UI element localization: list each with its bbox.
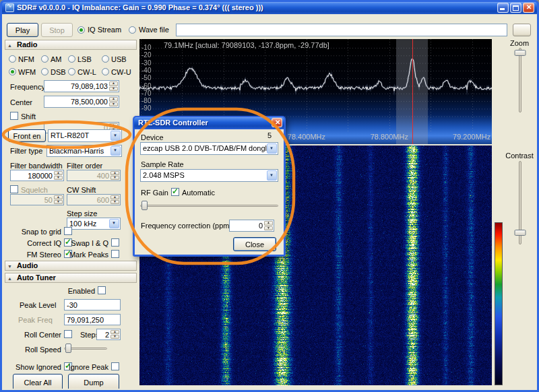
step-size-label: Step size — [67, 209, 97, 218]
radio-icon — [129, 26, 136, 34]
radio-icon — [102, 68, 109, 75]
dialog-close-action-button[interactable]: Close — [233, 237, 276, 251]
filter-bandwidth-input[interactable]: 180000 — [10, 170, 64, 181]
panel-header-auto-tuner[interactable]: Auto Tuner — [5, 273, 137, 283]
spinner — [109, 81, 118, 91]
correct-iq-label: Correct IQ — [5, 239, 61, 247]
wave-file-label: Wave file — [139, 26, 169, 34]
panel-title: Auto Tuner — [17, 273, 56, 282]
chevron-down-icon[interactable] — [110, 146, 121, 156]
toolbar-small-button[interactable] — [513, 24, 531, 36]
dialog-close-button[interactable] — [272, 118, 282, 127]
mode-dsb[interactable]: DSB — [41, 65, 68, 78]
enabled-checkbox[interactable] — [98, 286, 106, 294]
slider-thumb[interactable] — [65, 344, 71, 353]
panel-header-radio[interactable]: Radio — [5, 40, 137, 50]
snap-to-grid-checkbox[interactable] — [64, 227, 72, 235]
radio-icon — [41, 55, 49, 63]
wave-file-radio[interactable]: Wave file — [129, 26, 169, 34]
ignore-peak-label: Ignore Peak — [68, 363, 108, 371]
slider-thumb[interactable] — [515, 230, 526, 236]
spin-down-icon[interactable] — [109, 102, 118, 107]
contrast-label: Contrast — [499, 152, 537, 160]
panel-title: Audio — [17, 261, 38, 269]
freq-tick-label: 79.200MHz — [453, 133, 490, 141]
rf-gain-slider[interactable] — [140, 201, 278, 211]
squelch-label: Squelch — [21, 186, 48, 194]
waterfall-palette-legend — [495, 222, 503, 385]
panel-header-audio[interactable]: Audio — [5, 261, 137, 271]
chevron-down-icon[interactable] — [267, 143, 277, 154]
squelch-checkbox[interactable] — [10, 185, 18, 193]
peak-level-label: Peak Level — [20, 301, 56, 309]
contrast-slider[interactable] — [514, 161, 526, 244]
filter-bandwidth-label: Filter bandwidth — [10, 162, 63, 170]
peak-level-input[interactable]: -30 — [64, 299, 121, 311]
cw-shift-label: CW Shift — [67, 186, 96, 194]
roll-center-checkbox[interactable] — [64, 330, 72, 338]
mode-am[interactable]: AM — [41, 53, 68, 65]
zoom-slider[interactable] — [514, 48, 526, 112]
spin-down-icon[interactable] — [264, 226, 273, 231]
zoom-label: Zoom — [505, 39, 534, 47]
mode-lsb[interactable]: LSB — [68, 53, 102, 65]
frequency-label: Frequency — [10, 83, 45, 91]
chevron-down-icon[interactable] — [267, 170, 277, 181]
spin-down-icon — [110, 176, 119, 180]
spinner — [54, 195, 63, 204]
spin-down-icon — [110, 200, 119, 204]
spinner — [109, 97, 118, 106]
clear-all-button[interactable]: Clear All — [13, 374, 63, 389]
radio-icon — [102, 55, 109, 63]
step-size-select[interactable]: 100 kHz — [67, 218, 121, 230]
steps-input[interactable]: 2 — [96, 329, 121, 340]
filter-order-input: 400 — [67, 170, 121, 181]
front-end-select[interactable]: RTL-R820T — [48, 129, 122, 142]
dialog-titlebar[interactable]: RTL-SDR Controller — [134, 117, 284, 129]
mode-nfm[interactable]: NFM — [9, 53, 41, 65]
mode-cw-l[interactable]: CW-L — [68, 65, 102, 78]
frequency-input[interactable]: 79,089,103 — [44, 80, 119, 92]
close-button[interactable] — [523, 3, 534, 13]
chevron-down-icon[interactable] — [110, 131, 121, 141]
play-button[interactable]: Play — [7, 23, 38, 37]
mode-cw-u[interactable]: CW-U — [102, 65, 133, 78]
peak-freq-input[interactable]: 79,091,250 — [64, 314, 121, 325]
automatic-label: Automatic — [182, 189, 215, 197]
spin-down-icon[interactable] — [54, 176, 63, 180]
ignore-peak-checkbox[interactable] — [111, 362, 119, 370]
mark-peaks-checkbox[interactable] — [111, 250, 119, 258]
rf-gain-automatic-checkbox[interactable] — [171, 188, 179, 196]
chevron-down-icon[interactable] — [109, 219, 119, 228]
fm-stereo-label: FM Stereo — [5, 251, 61, 259]
slider-thumb[interactable] — [141, 201, 148, 210]
roll-speed-slider[interactable] — [64, 344, 107, 354]
shift-checkbox[interactable] — [10, 112, 18, 120]
window-title: SDR# v0.0.0.0 - IQ Imbalance: Gain = 0.9… — [17, 3, 263, 11]
swap-iq-checkbox[interactable] — [111, 238, 119, 247]
stop-button[interactable]: Stop — [41, 23, 73, 37]
db-tick-label: -70 — [141, 90, 151, 97]
mode-usb[interactable]: USB — [102, 53, 133, 65]
wave-file-path-input[interactable] — [176, 24, 507, 36]
frequency-correction-input[interactable]: 0 — [229, 220, 274, 232]
maximize-button[interactable] — [510, 3, 521, 13]
minimize-button[interactable] — [497, 3, 509, 13]
dump-button[interactable]: Dump — [68, 374, 119, 389]
iq-stream-radio[interactable]: IQ Stream — [77, 26, 121, 34]
spin-down-icon[interactable] — [109, 87, 118, 92]
freq-tick-label: 78.400MHz — [288, 133, 325, 141]
sample-rate-select[interactable]: 2.048 MSPS — [140, 169, 278, 182]
toolbar: Play Stop IQ Stream Wave file — [2, 14, 537, 38]
slider-thumb[interactable] — [515, 50, 526, 56]
rtl-sdr-controller-dialog: RTL-SDR Controller Device 5 ezcap USB 2.… — [133, 116, 286, 257]
front-end-button[interactable]: Front en — [8, 129, 46, 142]
mode-wfm[interactable]: WFM — [9, 65, 41, 78]
titlebar[interactable]: SDR# v0.0.0.0 - IQ Imbalance: Gain = 0.9… — [2, 2, 537, 14]
device-select[interactable]: ezcap USB 2.0 DVB-T/DAB/FM dongle — [140, 142, 278, 155]
center-label: Center — [10, 98, 32, 106]
center-input[interactable]: 78,500,000 — [44, 96, 119, 108]
slider-track — [140, 205, 278, 207]
filter-type-select[interactable]: Blackman-Harris — [46, 145, 122, 157]
spin-down-icon[interactable] — [110, 335, 119, 339]
